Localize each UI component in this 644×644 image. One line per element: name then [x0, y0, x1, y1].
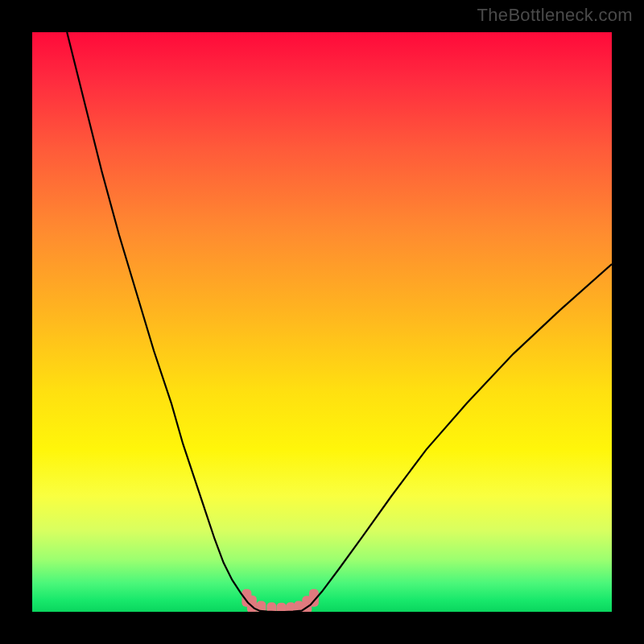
chart-svg	[32, 32, 612, 612]
marker-pill	[277, 603, 287, 612]
marker-pill	[266, 602, 276, 612]
plot-area	[32, 32, 612, 612]
watermark-text: TheBottleneck.com	[477, 5, 633, 26]
curve-path	[67, 32, 612, 612]
chart-frame: TheBottleneck.com	[0, 0, 644, 644]
